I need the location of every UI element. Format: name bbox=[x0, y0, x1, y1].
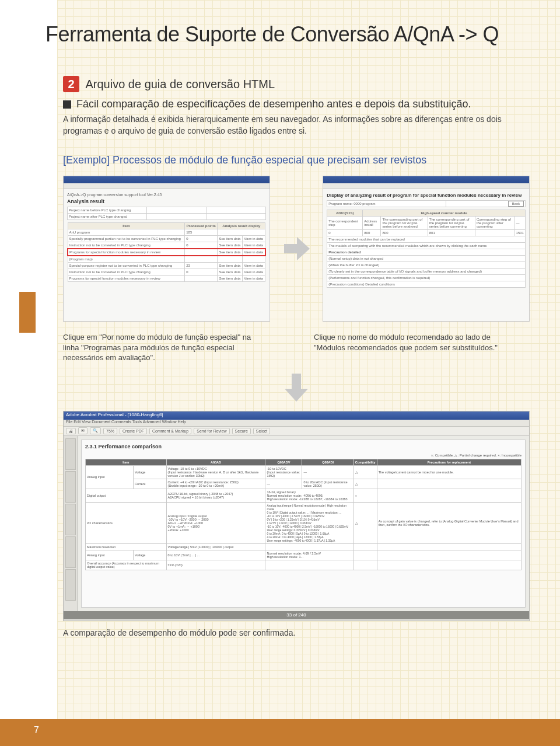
side-tab-decor bbox=[19, 292, 36, 333]
toolbar-btn[interactable]: ✉ bbox=[78, 427, 88, 434]
cell: Specially programmed portion not to be c… bbox=[68, 236, 185, 242]
cell: See item data bbox=[218, 276, 243, 282]
section-heading: Arquivo de guia de conversão HTML bbox=[85, 78, 275, 91]
cell: Voltage bbox=[134, 465, 167, 479]
prog-name: Program name: 0000 program bbox=[327, 201, 446, 207]
cell: See item data bbox=[218, 249, 243, 256]
send-review-button[interactable]: Send for Review bbox=[194, 428, 229, 434]
th: The corresponding part of the program fo… bbox=[381, 217, 428, 230]
cell: — bbox=[265, 479, 302, 489]
cell: Special-purpose register not to be conve… bbox=[68, 263, 185, 269]
cell: I/O characteristics bbox=[86, 502, 167, 543]
cell: Voltage bbox=[134, 550, 167, 560]
toolbar-btn[interactable]: 🔍 bbox=[90, 427, 101, 434]
sidetab-bookmarks[interactable] bbox=[65, 438, 76, 470]
window-menubar bbox=[323, 183, 529, 189]
comment-markup-button[interactable]: Comment & Markup bbox=[149, 428, 191, 434]
pdf-toolbar: 🖨 ✉ 🔍 75% Create PDF Comment & Markup Se… bbox=[64, 427, 529, 436]
analysis-result-title: Analysis result bbox=[67, 198, 266, 204]
cell: ±1% (±20) bbox=[166, 560, 265, 570]
caption-right: Clique no nome do módulo recomendado ao … bbox=[314, 332, 518, 363]
cell: View in data bbox=[243, 242, 265, 249]
cell: (Program map) bbox=[68, 256, 185, 263]
screenshot-right: Display of analyzing result of program f… bbox=[323, 176, 530, 322]
th-item: Item bbox=[68, 223, 185, 229]
cell: Current bbox=[134, 479, 167, 489]
cell: 23 bbox=[185, 263, 218, 269]
cell: 0 to 10V | 5mV | ... | ... bbox=[166, 550, 265, 560]
cell: See item data bbox=[218, 242, 243, 249]
note: (When the buffer I/O is changed) bbox=[327, 262, 526, 269]
cell: View in data bbox=[243, 249, 265, 256]
window-titlebar bbox=[64, 176, 270, 183]
note: (Precaution conditions) Detailed conditi… bbox=[327, 281, 526, 288]
screenshot-pdf: Adobe Acrobat Professional - [1080-Hangl… bbox=[63, 411, 530, 621]
sidetab-attachments[interactable] bbox=[65, 536, 76, 568]
cell: Voltage/range | 5mV (1/2000) | 1/4000 | … bbox=[166, 543, 265, 550]
cell: View in data bbox=[243, 236, 265, 242]
cell: Analog input/range | Normal resolution m… bbox=[265, 502, 354, 543]
cell: See item data bbox=[218, 269, 243, 276]
cell: △ bbox=[354, 479, 377, 489]
proj-after-label: Project name after PLC type changed bbox=[68, 214, 147, 220]
back-button[interactable]: Back bbox=[508, 201, 524, 207]
cell: 801 bbox=[428, 230, 475, 236]
pdf-doc-heading: 2.3.1 Performance comparison bbox=[85, 444, 522, 449]
note: The recommended modules that can be repl… bbox=[327, 236, 526, 243]
cell: The voltage/current cannot be mixed for … bbox=[377, 465, 521, 479]
cell: 16-bit, signed binary Normal resolution … bbox=[265, 489, 354, 502]
cell: Analog input bbox=[86, 550, 134, 560]
cell: As concept of gain value is changed, ref… bbox=[377, 502, 521, 543]
toolbar-btn[interactable]: 🖨 bbox=[66, 428, 76, 434]
cell: 0 to 20mADC (Input resistance value: 250… bbox=[302, 479, 354, 489]
pdf-side-panel bbox=[64, 436, 78, 611]
cell: View in data bbox=[243, 263, 265, 269]
final-caption: A comparação de desempenho do módulo pod… bbox=[63, 628, 530, 637]
screenshots-row: A/QnA->Q program conversion support tool… bbox=[63, 176, 530, 322]
cell: View in data bbox=[243, 269, 265, 276]
note: (Performance and function changed, this … bbox=[327, 275, 526, 281]
cell: 0 bbox=[185, 236, 218, 242]
note: Precaution detailed bbox=[327, 249, 526, 256]
section-paragraph: A informação detalhada é exibida hierarq… bbox=[63, 114, 530, 137]
note: The models of comparing with the recomme… bbox=[327, 243, 526, 249]
note: (Normal setup) data in not changed bbox=[327, 256, 526, 262]
cell: ○ bbox=[354, 489, 377, 502]
th: A68AD bbox=[166, 459, 265, 465]
window-titlebar bbox=[323, 176, 529, 183]
secure-button[interactable]: Secure bbox=[232, 428, 251, 434]
arrow-down-icon bbox=[285, 374, 308, 403]
cell: View in data bbox=[243, 276, 265, 282]
select-button[interactable]: Select bbox=[253, 428, 270, 434]
sidetab-pages[interactable] bbox=[65, 504, 76, 535]
pdf-menubar: File Edit View Document Comments Tools A… bbox=[64, 420, 529, 427]
module-name: AD61(S1S) bbox=[327, 210, 363, 217]
cell: 800 bbox=[363, 230, 381, 236]
tool-version: A/QnA->Q program conversion support tool… bbox=[67, 193, 266, 197]
screenshot-left: A/QnA->Q program conversion support tool… bbox=[63, 176, 270, 322]
create-pdf-button[interactable]: Create PDF bbox=[120, 428, 147, 434]
page-number: 7 bbox=[34, 725, 39, 735]
cell: -10 to 10VDC (Input resistance value: 1M… bbox=[265, 465, 302, 479]
zoom-value[interactable]: 75% bbox=[103, 428, 117, 434]
window-menubar bbox=[64, 183, 270, 189]
cell: 1501 bbox=[514, 230, 525, 236]
cell: Analog input / Digital output -10V to +1… bbox=[166, 502, 265, 543]
sidetab-comments[interactable] bbox=[65, 569, 76, 601]
example-title: [Exemplo] Processos de módulo de função … bbox=[63, 154, 530, 166]
cell: 0 bbox=[185, 242, 218, 249]
cell bbox=[475, 230, 514, 236]
cell: A2CPU 16-bit, signed binary (-2048 to +2… bbox=[166, 489, 265, 502]
cell: Analog input bbox=[86, 465, 134, 489]
page-title: Ferramenta de Suporte de Conversão A/QnA… bbox=[46, 22, 499, 47]
sidetab-signatures[interactable] bbox=[65, 471, 76, 503]
cell: 0 bbox=[185, 269, 218, 276]
cell: Programs for special function modules ne… bbox=[68, 249, 185, 256]
th: Address install bbox=[363, 217, 381, 230]
cell: Instruction not to be converted in PLC t… bbox=[68, 269, 185, 276]
cell: See item data bbox=[218, 236, 243, 242]
caption-left: Clique em "Por nome do módulo de função … bbox=[63, 332, 267, 363]
th-points: Processed points bbox=[185, 223, 218, 229]
arrow-right-icon bbox=[284, 237, 309, 260]
th: Item bbox=[86, 459, 167, 465]
